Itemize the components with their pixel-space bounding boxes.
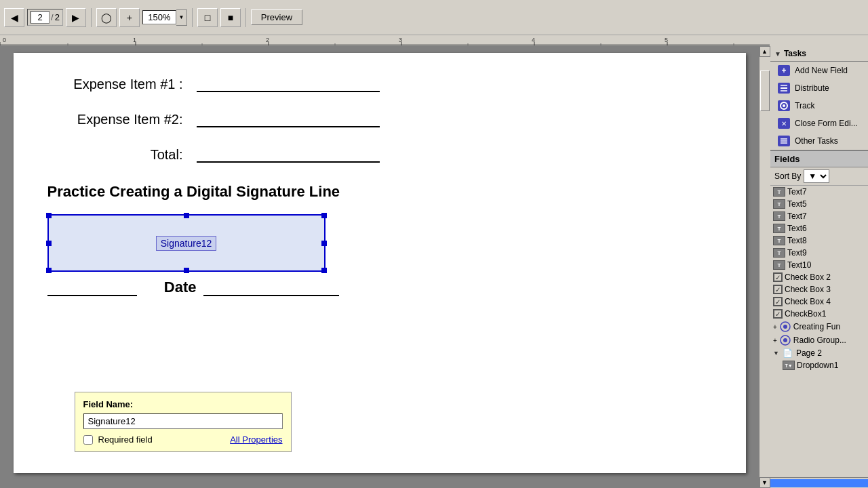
signature-field-container: Signature12 Date <box>47 214 339 296</box>
field-checkbox1-label: CheckBox1 <box>785 309 826 319</box>
scroll-down-arrow[interactable]: ▼ <box>760 477 770 488</box>
zoom-group: ▼ <box>142 9 187 26</box>
field-text5-label: Text5 <box>787 199 807 209</box>
field-item-text8[interactable]: T Text8 <box>770 235 868 247</box>
field-item-checkbox1[interactable]: CheckBox1 <box>770 308 868 320</box>
back-button[interactable]: ◀ <box>4 8 24 27</box>
field-item-text6[interactable]: T Text6 <box>770 222 868 235</box>
fields-list: T Text7 T Text5 T Text7 T Text6 T Text8 … <box>770 186 868 477</box>
vertical-scrollbar: ▲ ▼ <box>759 46 770 488</box>
task-other-tasks[interactable]: Other Tasks <box>770 132 868 150</box>
sig-underline <box>47 283 137 296</box>
popup-footer: Required field All Properties <box>83 434 283 445</box>
preview-button[interactable]: Preview <box>251 9 302 25</box>
field-text8-label: Text8 <box>787 236 807 245</box>
page-icon: 📄 <box>783 348 793 358</box>
scroll-track[interactable] <box>760 57 770 477</box>
expense2-field[interactable] <box>197 108 380 127</box>
zoom-in-button[interactable]: + <box>119 8 140 27</box>
task-close-form[interactable]: ✕ Close Form Edi... <box>770 115 868 132</box>
handle-mr[interactable] <box>321 241 327 246</box>
expense2-row: Expense Item #2: <box>47 108 712 127</box>
text-field-icon: T <box>773 260 785 270</box>
task-track-label: Track <box>795 101 815 110</box>
field-radio-group-label: Radio Group... <box>793 336 846 345</box>
field-checkbox3-label: Check Box 3 <box>785 285 831 294</box>
page2-row[interactable]: ▼ 📄 Page 2 <box>770 347 868 359</box>
other-tasks-icon <box>777 135 791 147</box>
handle-tc[interactable] <box>184 213 189 218</box>
svg-point-27 <box>783 104 785 107</box>
sort-by-row: Sort By ▼ <box>770 167 868 186</box>
field-item-creating-fun[interactable]: + Creating Fun <box>770 320 868 333</box>
handle-br[interactable] <box>321 268 327 273</box>
field-item-dropdown1[interactable]: T▼ Dropdown1 <box>770 359 868 371</box>
doc-page: Expense Item #1 : Expense Item #2: Total… <box>14 53 746 473</box>
handle-bl[interactable] <box>46 268 52 273</box>
handle-tl[interactable] <box>46 213 52 218</box>
date-group: Date <box>164 279 339 296</box>
signature-label: Signature12 <box>156 236 217 251</box>
right-panel-scroll-thumb[interactable] <box>770 479 868 487</box>
field-item-text7b[interactable]: T Text7 <box>770 210 868 222</box>
checkbox-field-icon <box>773 285 783 294</box>
expense1-row: Expense Item #1 : <box>47 73 712 92</box>
field-item-text10[interactable]: T Text10 <box>770 259 868 271</box>
tasks-collapse-arrow[interactable]: ▼ <box>774 50 781 58</box>
page-sep: / <box>51 12 54 22</box>
sort-by-label: Sort By <box>774 171 801 181</box>
field-checkbox2-label: Check Box 2 <box>785 272 831 282</box>
field-text10-label: Text10 <box>787 260 811 270</box>
task-track[interactable]: Track <box>770 97 868 115</box>
task-distribute[interactable]: Distribute <box>770 79 868 97</box>
expense1-field[interactable] <box>197 73 380 92</box>
required-checkbox[interactable] <box>83 435 93 445</box>
popup-title: Field Name: <box>83 399 283 409</box>
handle-ml[interactable] <box>46 241 52 246</box>
expand-creating-fun[interactable]: + <box>773 323 777 331</box>
add-new-field-icon: + <box>777 64 791 77</box>
required-label: Required field <box>98 434 153 445</box>
svg-point-37 <box>783 338 787 342</box>
zoom-dropdown-arrow[interactable]: ▼ <box>176 9 187 26</box>
text-field-icon: T <box>773 199 785 209</box>
task-add-new-field[interactable]: + Add New Field <box>770 62 868 79</box>
field-item-text7a[interactable]: T Text7 <box>770 186 868 198</box>
distribute-icon <box>777 82 791 94</box>
text-field-icon: T <box>773 211 785 221</box>
field-item-checkbox4[interactable]: Check Box 4 <box>770 296 868 308</box>
handle-bc[interactable] <box>184 268 189 273</box>
fit-page-button[interactable]: □ <box>197 8 218 27</box>
task-distribute-label: Distribute <box>795 83 829 93</box>
page-input[interactable] <box>31 11 50 24</box>
field-item-checkbox3[interactable]: Check Box 3 <box>770 283 868 296</box>
sort-by-dropdown[interactable]: ▼ <box>804 169 829 183</box>
popup-field-input[interactable] <box>83 413 283 429</box>
task-other-tasks-label: Other Tasks <box>795 136 838 146</box>
field-item-radio-group[interactable]: + Radio Group... <box>770 333 868 347</box>
total-field[interactable] <box>197 144 380 163</box>
section-title: Practice Creating a Digital Signature Li… <box>47 183 712 201</box>
expand-radio-group[interactable]: + <box>773 337 777 344</box>
fields-header: Fields <box>770 150 868 167</box>
text-field-icon: T▼ <box>783 361 795 370</box>
toolbar-sep-3 <box>245 8 246 27</box>
page2-collapse-arrow[interactable]: ▼ <box>773 350 779 357</box>
total-label: Total: <box>47 147 197 163</box>
field-item-text5[interactable]: T Text5 <box>770 198 868 210</box>
cursor-tool[interactable]: ▶ <box>66 8 86 27</box>
all-properties-link[interactable]: All Properties <box>230 434 282 445</box>
field-item-text9[interactable]: T Text9 <box>770 247 868 259</box>
handle-tr[interactable] <box>321 213 327 218</box>
zoom-out-button[interactable]: ◯ <box>96 8 117 27</box>
ruler: 0 1 2 3 4 5 <box>0 35 770 46</box>
signature-field[interactable]: Signature12 <box>47 214 326 272</box>
scroll-thumb[interactable] <box>760 70 770 111</box>
fit-width-button[interactable]: ■ <box>220 8 241 27</box>
zoom-input[interactable] <box>142 10 176 24</box>
task-add-new-field-label: Add New Field <box>795 66 848 75</box>
scroll-up-arrow[interactable]: ▲ <box>760 46 770 57</box>
text-field-icon: T <box>773 236 785 245</box>
field-item-checkbox2[interactable]: Check Box 2 <box>770 271 868 283</box>
checkbox-field-icon <box>773 309 783 319</box>
